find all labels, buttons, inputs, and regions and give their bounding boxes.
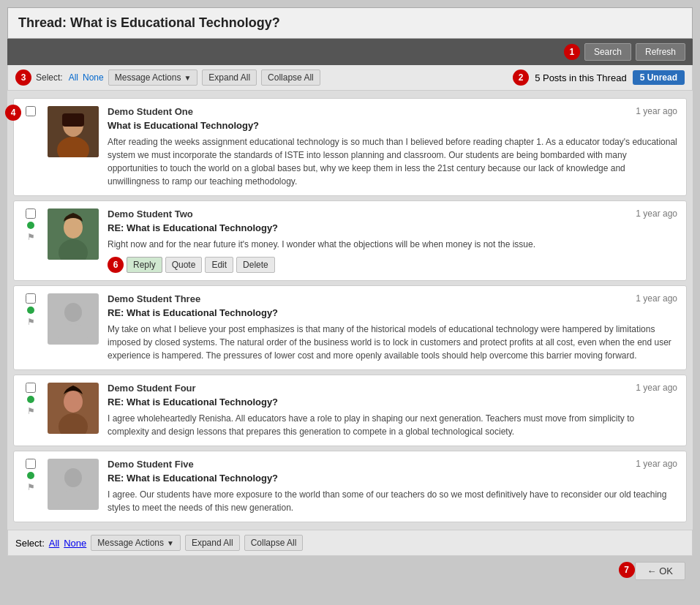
top-action-bar: 1 Search Refresh <box>7 39 693 65</box>
post-checkbox[interactable] <box>26 208 36 219</box>
post-left-controls: ⚑ <box>23 459 39 514</box>
post-subject: What is Educational Technology? <box>108 120 677 131</box>
quote-button[interactable]: Quote <box>165 257 203 273</box>
post-left-controls: ⚑ <box>23 293 39 362</box>
dropdown-arrow-icon-bottom: ▼ <box>167 539 174 547</box>
post-checkbox[interactable] <box>26 106 36 116</box>
unread-badge: 5 Unread <box>633 70 685 85</box>
post-time: 1 year ago <box>636 106 677 116</box>
collapse-all-button-bottom[interactable]: Collapse All <box>244 535 304 551</box>
svg-point-14 <box>64 468 82 487</box>
message-actions-label-bottom: Message Actions <box>97 538 164 548</box>
flag-icon[interactable]: ⚑ <box>27 317 35 327</box>
ok-button[interactable]: ← OK <box>635 562 685 580</box>
posts-container: 4 Demo Student One 1 year ago <box>7 91 693 530</box>
post-header: Demo Student Five 1 year ago <box>108 459 677 470</box>
search-button[interactable]: Search <box>584 43 631 61</box>
post-content: Demo Student Five 1 year ago RE: What is… <box>108 459 677 514</box>
refresh-button[interactable]: Refresh <box>636 43 685 61</box>
select-label: Select: <box>36 72 63 83</box>
toolbar-left: 3 Select: All None Message Actions ▼ Exp… <box>15 69 320 86</box>
post-header: Demo Student One 1 year ago <box>108 106 677 117</box>
delete-button[interactable]: Delete <box>236 257 275 273</box>
post-body: I agree wholeheartedly Renisha. All educ… <box>108 412 677 438</box>
svg-point-9 <box>64 303 82 322</box>
svg-point-15 <box>59 489 88 505</box>
thread-title-text: Thread: What is Educational Technology? <box>18 15 280 30</box>
post-time: 1 year ago <box>636 459 677 469</box>
table-row: 4 Demo Student One 1 year ago <box>13 98 687 196</box>
post-author: Demo Student Three <box>108 293 200 304</box>
select-all-link-bottom[interactable]: All <box>49 538 59 549</box>
dropdown-arrow-icon: ▼ <box>184 74 191 82</box>
svg-point-7 <box>64 217 83 238</box>
svg-rect-5 <box>62 113 84 127</box>
post-checkbox[interactable] <box>26 383 36 393</box>
edit-button[interactable]: Edit <box>205 257 233 273</box>
post-status-dot <box>27 472 34 479</box>
annotation-6: 6 <box>108 257 124 273</box>
post-author: Demo Student Four <box>108 383 196 394</box>
expand-all-button[interactable]: Expand All <box>202 69 257 86</box>
collapse-all-button[interactable]: Collapse All <box>261 69 320 86</box>
unread-label: Unread <box>647 72 677 83</box>
table-row: ⚑ Demo Student Five 1 year ago RE: What … <box>13 451 687 522</box>
select-none-link-bottom[interactable]: None <box>64 538 86 549</box>
post-author: Demo Student Two <box>108 208 193 219</box>
reply-button[interactable]: Reply <box>127 257 162 273</box>
top-toolbar: 3 Select: All None Message Actions ▼ Exp… <box>7 65 693 91</box>
post-header: Demo Student Three 1 year ago <box>108 293 677 304</box>
select-label-bottom: Select: <box>15 538 45 549</box>
flag-icon[interactable]: ⚑ <box>27 232 35 242</box>
post-subject: RE: What is Educational Technology? <box>108 473 677 484</box>
post-author: Demo Student Five <box>108 459 194 470</box>
svg-point-10 <box>59 324 88 339</box>
post-left-controls <box>23 106 39 188</box>
post-status-dot <box>27 222 34 229</box>
post-subject: RE: What is Educational Technology? <box>108 397 677 407</box>
post-time: 1 year ago <box>636 383 677 393</box>
avatar <box>48 106 99 157</box>
post-status-dot <box>27 307 34 314</box>
post-body: My take on what I believe your post emph… <box>108 323 677 362</box>
thread-title: Thread: What is Educational Technology? <box>7 7 693 39</box>
bottom-toolbar: Select: All None Message Actions ▼ Expan… <box>7 530 693 556</box>
post-content: Demo Student One 1 year ago What is Educ… <box>108 106 677 188</box>
table-row: ⚑ Demo Student Two 1 year ago RE: What i… <box>13 200 687 281</box>
post-time: 1 year ago <box>636 208 677 219</box>
flag-icon[interactable]: ⚑ <box>27 482 35 492</box>
post-checkbox[interactable] <box>26 459 36 469</box>
post-actions: 6 Reply Quote Edit Delete <box>108 257 677 273</box>
message-actions-label: Message Actions <box>115 72 181 83</box>
post-content: Demo Student Two 1 year ago RE: What is … <box>108 208 677 273</box>
post-subject: RE: What is Educational Technology? <box>108 307 677 318</box>
post-time: 1 year ago <box>636 293 677 304</box>
post-left-controls: ⚑ <box>23 208 39 273</box>
post-content: Demo Student Four 1 year ago RE: What is… <box>108 383 677 438</box>
annotation-1: 1 <box>564 44 580 60</box>
avatar <box>48 459 99 510</box>
post-checkbox[interactable] <box>26 293 36 304</box>
post-body: I agree. Our students have more exposure… <box>108 488 677 514</box>
post-header: Demo Student Four 1 year ago <box>108 383 677 394</box>
ok-bar: 7 ← OK <box>7 556 693 586</box>
post-left-controls: ⚑ <box>23 383 39 438</box>
message-actions-button-bottom[interactable]: Message Actions ▼ <box>91 535 181 551</box>
post-body: After reading the weeks assignment educa… <box>108 135 677 188</box>
post-content: Demo Student Three 1 year ago RE: What i… <box>108 293 677 362</box>
table-row: ⚑ Demo Student Four 1 year ago RE: What … <box>13 375 687 446</box>
page-wrapper: Thread: What is Educational Technology? … <box>0 0 700 593</box>
avatar <box>48 293 99 345</box>
unread-count: 5 <box>640 72 645 83</box>
post-author: Demo Student One <box>108 106 193 117</box>
select-all-link[interactable]: All <box>69 72 78 83</box>
annotation-7: 7 <box>619 562 635 578</box>
flag-icon[interactable]: ⚑ <box>27 406 35 416</box>
avatar <box>48 208 99 260</box>
post-body: Right now and for the near future it's m… <box>108 238 677 251</box>
annotation-2: 2 <box>513 69 529 86</box>
message-actions-button[interactable]: Message Actions ▼ <box>108 69 198 86</box>
expand-all-button-bottom[interactable]: Expand All <box>185 535 240 551</box>
select-none-link[interactable]: None <box>83 72 104 83</box>
post-header: Demo Student Two 1 year ago <box>108 208 677 219</box>
